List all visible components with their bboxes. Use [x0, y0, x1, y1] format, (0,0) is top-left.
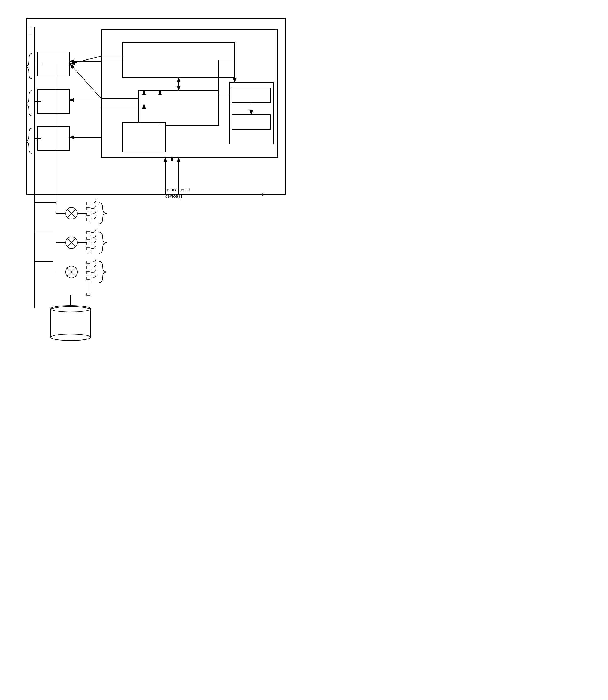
svg-point-46 [65, 207, 77, 219]
svg-rect-80 [87, 293, 90, 296]
valve-driver-1-label [37, 52, 69, 76]
svg-point-50 [65, 237, 77, 248]
svg-rect-68 [87, 237, 90, 240]
display-unit-label [230, 140, 231, 145]
memory-label [139, 92, 218, 127]
input-unit-label [123, 123, 165, 152]
svg-line-18 [70, 56, 101, 64]
svg-rect-74 [87, 261, 90, 263]
svg-rect-67 [87, 231, 90, 234]
svg-line-51 [67, 239, 76, 247]
svg-line-56 [67, 268, 76, 276]
svg-line-16 [70, 64, 101, 99]
from-external-label: from externaldevice(s) [165, 187, 190, 200]
svg-line-55 [67, 268, 76, 276]
user-display-label [232, 115, 271, 129]
svg-rect-60 [87, 202, 90, 205]
svg-point-54 [65, 266, 77, 278]
valve-driver-3-label [37, 127, 69, 151]
svg-point-82 [51, 306, 91, 312]
svg-rect-63 [87, 218, 90, 221]
svg-rect-77 [87, 277, 90, 280]
svg-rect-61 [87, 207, 90, 210]
svg-rect-62 [87, 213, 90, 215]
processing-unit-label [123, 50, 235, 85]
svg-rect-76 [87, 271, 90, 274]
svg-line-47 [67, 209, 76, 217]
svg-line-52 [67, 239, 76, 247]
svg-rect-69 [87, 242, 90, 245]
valve-driver-2-label [37, 89, 69, 113]
svg-rect-70 [87, 247, 90, 250]
display-driver-label [232, 88, 271, 103]
svg-marker-88 [260, 193, 263, 196]
svg-point-85 [51, 334, 91, 341]
svg-rect-75 [87, 266, 90, 269]
svg-line-48 [67, 209, 76, 217]
diagram-container: from externaldevice(s) [0, 0, 304, 350]
